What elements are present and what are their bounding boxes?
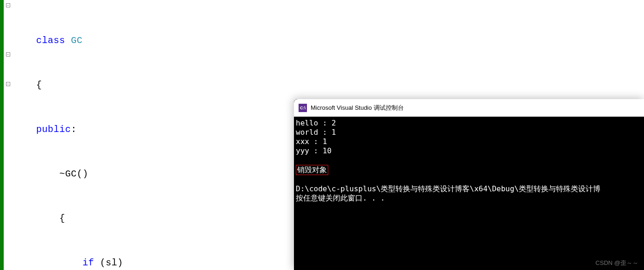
console-highlighted-output: 销毁对象 <box>296 165 328 175</box>
console-line: hello : 2 <box>296 119 336 127</box>
code-line: public: <box>13 122 254 137</box>
gutter-change-bar <box>0 0 4 270</box>
console-output[interactable]: hello : 2 world : 1 xxx : 1 yyy : 10 销毁对… <box>294 117 644 205</box>
code-line: class GC <box>13 33 254 48</box>
console-titlebar[interactable]: C:\ Microsoft Visual Studio 调试控制台 <box>294 99 644 117</box>
console-line: yyy : 10 <box>296 146 332 155</box>
console-line: D:\code\c-plusplus\类型转换与特殊类设计博客\x64\Debu… <box>296 184 600 193</box>
code-line: if (sl) <box>13 256 254 270</box>
console-title: Microsoft Visual Studio 调试控制台 <box>311 104 404 112</box>
watermark: CSDN @歪～～ <box>595 259 638 267</box>
console-line: world : 1 <box>296 128 336 137</box>
fold-column <box>6 0 11 270</box>
code-line: ~GC() <box>13 167 254 182</box>
code-line: { <box>13 211 254 226</box>
vs-icon: C:\ <box>299 104 307 112</box>
code-line: { <box>13 78 254 93</box>
console-window[interactable]: C:\ Microsoft Visual Studio 调试控制台 hello … <box>294 99 644 270</box>
fold-toggle[interactable] <box>6 3 10 7</box>
console-line: 按任意键关闭此窗口. . . <box>296 194 385 202</box>
fold-toggle[interactable] <box>6 52 10 57</box>
code-content[interactable]: class GC { public: ~GC() { if (sl) { cou… <box>13 4 254 270</box>
console-line: xxx : 1 <box>296 137 327 146</box>
fold-toggle[interactable] <box>6 82 10 86</box>
